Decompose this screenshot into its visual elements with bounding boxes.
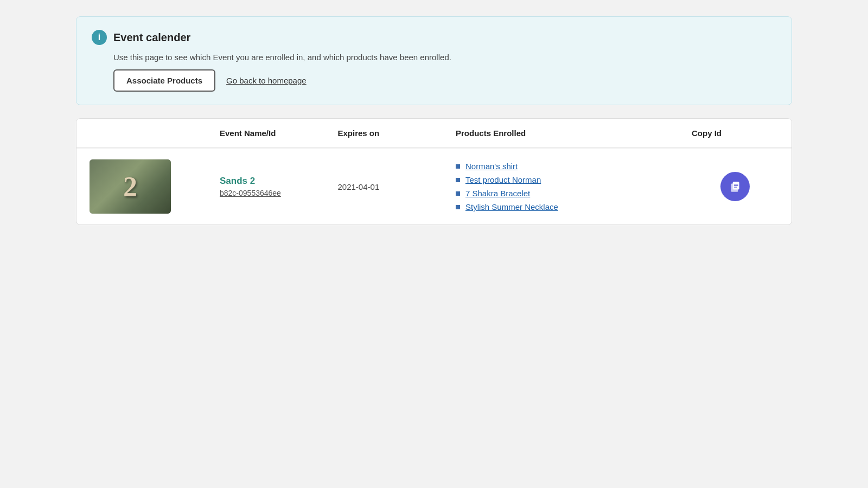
- copy-id-cell: [692, 172, 778, 201]
- product-item: 7 Shakra Bracelet: [456, 189, 692, 198]
- product-bullet-icon: [456, 178, 460, 182]
- event-name: Sands 2: [220, 176, 338, 187]
- product-link-test-product-norman[interactable]: Test product Norman: [465, 175, 541, 184]
- event-image: 2: [90, 159, 171, 214]
- associate-products-button[interactable]: Associate Products: [113, 69, 215, 92]
- cake-number-display: 2: [123, 171, 137, 203]
- copy-id-button[interactable]: [720, 172, 750, 201]
- banner-title-row: i Event calender: [92, 30, 776, 45]
- products-enrolled-cell: Norman's shirt Test product Norman 7 Sha…: [456, 162, 692, 211]
- col-event-name-header: Event Name/Id: [220, 129, 338, 138]
- expires-on-cell: 2021-04-01: [338, 182, 456, 191]
- info-banner: i Event calender Use this page to see wh…: [76, 16, 792, 105]
- table-row: 2 Sands 2 b82c-09553646ee 2021-04-01 Nor…: [76, 148, 792, 224]
- banner-actions: Associate Products Go back to homepage: [113, 69, 776, 92]
- product-bullet-icon: [456, 205, 460, 209]
- go-back-homepage-link[interactable]: Go back to homepage: [226, 76, 307, 85]
- product-item: Test product Norman: [456, 175, 692, 184]
- event-image-inner: 2: [90, 159, 171, 214]
- table-header: Event Name/Id Expires on Products Enroll…: [76, 119, 792, 148]
- product-item: Stylish Summer Necklace: [456, 202, 692, 211]
- col-expires-header: Expires on: [338, 129, 456, 138]
- product-link-normans-shirt[interactable]: Norman's shirt: [465, 162, 518, 171]
- col-products-header: Products Enrolled: [456, 129, 692, 138]
- banner-title: Event calender: [113, 31, 190, 44]
- event-name-cell: Sands 2 b82c-09553646ee: [220, 176, 338, 197]
- product-bullet-icon: [456, 164, 460, 169]
- page-wrapper: i Event calender Use this page to see wh…: [54, 0, 814, 241]
- product-bullet-icon: [456, 191, 460, 196]
- product-link-7-shakra-bracelet[interactable]: 7 Shakra Bracelet: [465, 189, 530, 198]
- info-icon: i: [92, 30, 107, 45]
- copy-icon: [728, 179, 742, 194]
- event-id[interactable]: b82c-09553646ee: [220, 189, 338, 197]
- product-link-stylish-summer-necklace[interactable]: Stylish Summer Necklace: [465, 202, 558, 211]
- product-item: Norman's shirt: [456, 162, 692, 171]
- col-copy-id-header: Copy Id: [692, 129, 778, 138]
- event-table: Event Name/Id Expires on Products Enroll…: [76, 118, 792, 225]
- col-image-header: [90, 129, 220, 138]
- banner-description: Use this page to see which Event you are…: [113, 53, 776, 62]
